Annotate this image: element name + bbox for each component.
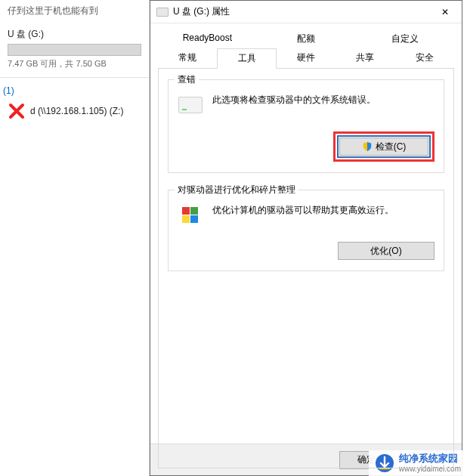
drive-usage-bar: [8, 44, 141, 56]
optimize-button-label: 优化(O): [370, 245, 401, 258]
defrag-icon: [178, 202, 203, 228]
tabs-container: ReadyBoost 配额 自定义 常规 工具 硬件 共享 安全 查错 此选项将…: [150, 23, 462, 468]
group-error-check: 查错 此选项将检查驱动器中的文件系统错误。: [168, 79, 444, 173]
sidebar-header-text: 仔到这里于机也能有到: [0, 0, 149, 22]
explorer-sidebar: 仔到这里于机也能有到 U 盘 (G:) 7.47 GB 可用，共 7.50 GB…: [0, 0, 150, 476]
drive-icon-large: [178, 92, 203, 118]
tab-panel-tools: 查错 此选项将检查驱动器中的文件系统错误。: [158, 68, 454, 468]
dialog-title: U 盘 (G:) 属性: [173, 5, 230, 18]
tab-general[interactable]: 常规: [158, 48, 217, 69]
group-defrag-legend: 对驱动器进行优化和碎片整理: [175, 184, 298, 196]
error-x-icon: [8, 102, 26, 120]
highlight-annotation: 检查(C): [333, 131, 435, 162]
titlebar: U 盘 (G:) 属性 ✕: [150, 1, 462, 23]
svg-rect-1: [190, 207, 198, 215]
network-location-item[interactable]: d (\\192.168.1.105) (Z:): [0, 100, 149, 122]
group-error-check-desc: 此选项将检查驱动器中的文件系统错误。: [212, 92, 435, 118]
divider: [0, 77, 149, 78]
check-button-label: 检查(C): [376, 141, 407, 153]
tab-row-top: ReadyBoost 配额 自定义: [158, 29, 454, 48]
tab-tools[interactable]: 工具: [217, 48, 276, 69]
network-location-label: d (\\192.168.1.105) (Z:): [30, 106, 123, 116]
section-count: (1): [0, 85, 149, 96]
tab-quota[interactable]: 配额: [257, 29, 356, 48]
tab-hardware[interactable]: 硬件: [277, 48, 336, 69]
tab-custom[interactable]: 自定义: [355, 29, 454, 48]
shield-icon: [362, 141, 373, 152]
tab-row-bottom: 常规 工具 硬件 共享 安全: [158, 48, 454, 69]
tab-readyboost[interactable]: ReadyBoost: [158, 29, 257, 48]
group-error-check-legend: 查错: [175, 73, 199, 86]
drive-usage-text: 7.47 GB 可用，共 7.50 GB: [8, 58, 141, 70]
tab-sharing[interactable]: 共享: [336, 48, 394, 69]
drive-card[interactable]: U 盘 (G:) 7.47 GB 可用，共 7.50 GB: [8, 28, 141, 70]
drive-icon: [156, 8, 169, 17]
check-button[interactable]: 检查(C): [339, 138, 428, 156]
svg-rect-2: [182, 215, 190, 223]
optimize-button[interactable]: 优化(O): [338, 242, 435, 260]
close-icon: ✕: [441, 7, 449, 17]
tab-security[interactable]: 安全: [395, 48, 454, 69]
group-defrag: 对驱动器进行优化和碎片整理 优化计算机的驱动器可以帮助其更高效运行。: [168, 190, 444, 271]
svg-rect-3: [190, 215, 198, 223]
close-button[interactable]: ✕: [428, 1, 462, 23]
svg-rect-0: [182, 207, 190, 215]
drive-name: U 盘 (G:): [8, 28, 141, 41]
properties-dialog: U 盘 (G:) 属性 ✕ ReadyBoost 配额 自定义 常规 工具 硬件…: [150, 0, 462, 476]
group-defrag-desc: 优化计算机的驱动器可以帮助其更高效运行。: [212, 202, 435, 228]
